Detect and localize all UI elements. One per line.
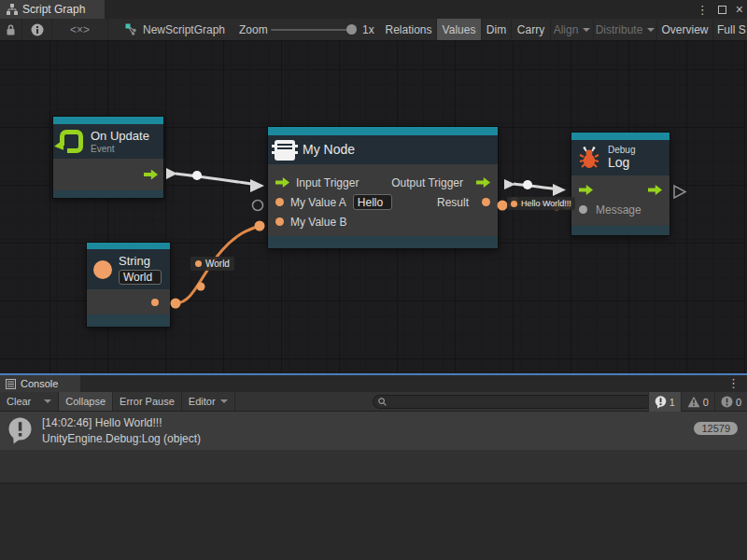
tab-script-graph[interactable]: Script Graph (0, 0, 105, 19)
node-title: String (119, 254, 162, 269)
node-title: My Node (303, 142, 355, 158)
node-string[interactable]: String (87, 243, 170, 327)
collapse-count-badge: 12579 (694, 422, 738, 435)
port-label: Input Trigger (296, 176, 359, 189)
node-debug-log[interactable]: Debug Log Message (571, 133, 669, 235)
clear-dropdown[interactable] (37, 392, 59, 411)
zoom-slider-track[interactable] (271, 29, 353, 31)
value-a-port[interactable] (275, 198, 284, 206)
distribute-label: Distribute (596, 23, 643, 36)
result-port[interactable] (482, 198, 490, 206)
port-label: My Value A (290, 196, 346, 209)
console-detail-pane[interactable] (0, 483, 747, 560)
info-icon (31, 23, 44, 36)
close-icon[interactable]: × (736, 3, 743, 16)
node-title: On Update (91, 129, 149, 144)
chevron-down-icon (647, 28, 655, 32)
fullscreen-button[interactable]: Full S (717, 19, 747, 40)
node-accent-stripe (571, 133, 669, 140)
node-string-header: String (87, 249, 170, 289)
port-label: My Value B (290, 216, 346, 229)
error-count-toggle[interactable]: 0 (714, 392, 747, 412)
collapse-toggle[interactable]: Collapse (59, 392, 113, 411)
search-input[interactable] (390, 397, 647, 408)
unity-script-graph-window: Script Graph ⋮ × <×> (0, 0, 747, 560)
log-count-toggle[interactable]: 1 (648, 392, 681, 412)
align-dropdown[interactable]: Align (551, 19, 594, 40)
node-my-node[interactable]: My Node Input Trigger Output Trigger My … (268, 127, 498, 248)
port-label: Message (596, 203, 641, 217)
console-tab-bar: Console ⋮ (0, 375, 747, 392)
log-entry[interactable]: [14:02:46] Hello World!!! UnityEngine.De… (0, 412, 747, 450)
editor-dropdown[interactable]: Editor (182, 392, 235, 411)
log-bubble-icon (655, 396, 667, 409)
node-on-update[interactable]: On Update Event (53, 117, 163, 198)
console-list-icon (6, 379, 16, 389)
code-view-button[interactable]: <×> (52, 19, 108, 40)
node-category: Debug (608, 145, 635, 155)
search-icon (378, 398, 387, 406)
window-menu-icon[interactable]: ⋮ (697, 4, 709, 16)
input-trigger-port[interactable] (275, 177, 289, 188)
console-log-list[interactable]: [14:02:46] Hello World!!! UnityEngine.De… (0, 412, 747, 483)
tab-console[interactable]: Console (0, 375, 80, 392)
value-b-port[interactable] (275, 217, 284, 226)
string-value-input[interactable] (119, 270, 162, 285)
align-label: Align (554, 23, 579, 36)
node-footer (571, 226, 669, 235)
window-controls: ⋮ × (697, 0, 743, 19)
string-output-port[interactable] (151, 299, 159, 306)
zoom-slider-handle[interactable] (346, 24, 357, 35)
message-port[interactable] (579, 205, 587, 214)
node-footer (87, 315, 170, 327)
console-counters: 1 0 0 (648, 392, 747, 412)
console-menu-icon[interactable]: ⋮ (727, 377, 740, 389)
value-dot-icon (195, 260, 202, 267)
node-accent-stripe (268, 127, 498, 135)
distribute-dropdown[interactable]: Distribute (594, 19, 657, 40)
node-on-update-header: On Update Event (53, 124, 163, 159)
tab-script-graph-label: Script Graph (22, 3, 85, 16)
overview-button[interactable]: Overview (657, 19, 713, 40)
node-debug-header: Debug Log (571, 140, 669, 175)
output-trigger-port[interactable] (476, 177, 490, 188)
console-search[interactable] (373, 395, 653, 409)
relations-button[interactable]: Relations (381, 19, 437, 40)
custom-node-icon (275, 140, 295, 161)
carry-button[interactable]: Carry (512, 19, 551, 40)
log-output-trigger-port[interactable] (648, 185, 662, 195)
tooltip-text: World (205, 259, 230, 269)
lock-button[interactable] (0, 19, 22, 40)
trigger-output-port[interactable] (144, 170, 158, 180)
node-accent-stripe (87, 243, 170, 249)
bug-icon (578, 146, 600, 170)
values-button[interactable]: Values (437, 19, 482, 40)
error-circle-icon (721, 396, 733, 408)
tab-console-label: Console (21, 378, 58, 389)
log-count: 1 (669, 397, 675, 408)
window-tab-bar: Script Graph ⋮ × (0, 0, 747, 19)
graph-hierarchy-icon (7, 4, 18, 15)
console-toolbar: Clear Collapse Error Pause Editor (0, 392, 747, 412)
zoom-value: 1x (362, 19, 374, 40)
script-graph-icon (125, 23, 137, 35)
value-tooltip-hello-world: Hello World!!! (507, 197, 575, 210)
value-a-input[interactable] (353, 194, 392, 210)
graph-name-section[interactable]: NewScriptGraph (125, 19, 225, 40)
warning-count-toggle[interactable]: 0 (681, 392, 714, 412)
console-panel: Console ⋮ Clear Collapse Error Pause Edi… (0, 373, 747, 560)
port-label: Result (437, 196, 469, 209)
port-label: Output Trigger (391, 176, 463, 189)
graph-name-label: NewScriptGraph (143, 23, 225, 36)
warning-triangle-icon (687, 396, 700, 408)
clear-button[interactable]: Clear (0, 392, 37, 411)
dim-button[interactable]: Dim (482, 19, 512, 40)
log-input-trigger-port[interactable] (579, 185, 593, 195)
node-subtitle: Event (91, 144, 149, 154)
info-button[interactable] (22, 19, 52, 40)
maximize-icon[interactable] (718, 6, 726, 14)
error-pause-toggle[interactable]: Error Pause (113, 392, 182, 411)
zoom-label: Zoom (239, 19, 268, 40)
node-footer (53, 190, 163, 198)
node-title: Log (608, 155, 635, 171)
